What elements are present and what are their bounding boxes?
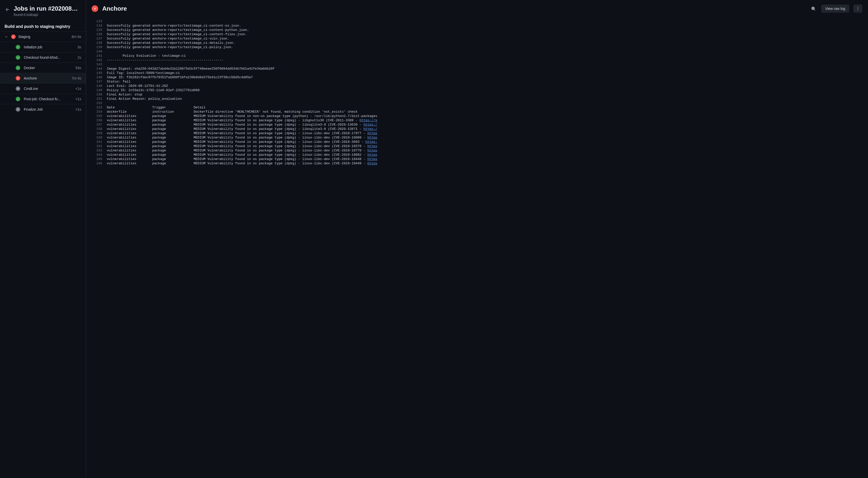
line-number[interactable]: 163	[92, 149, 102, 152]
line-content: vulnerabilities package MEDIUM Vulnerabi…	[107, 127, 377, 131]
line-number[interactable]: 145	[92, 71, 102, 75]
sidebar: Jobs in run #20200812... found-it.todoap…	[0, 0, 86, 478]
line-number[interactable]: 140	[92, 50, 102, 53]
step-row[interactable]: Checkout found-it/tod...2s	[0, 52, 86, 63]
step-row[interactable]: Post-job: Checkout fo...<1s	[0, 94, 86, 104]
line-number[interactable]: 144	[92, 67, 102, 71]
line-number[interactable]: 136	[92, 32, 102, 36]
step-label: Checkout found-it/tod...	[24, 55, 74, 59]
step-label: Docker	[24, 66, 72, 70]
log-line: 148Last Eval: 2020-08-12T01:41:26Z	[86, 84, 868, 88]
step-duration: <1s	[75, 107, 81, 111]
line-number[interactable]: 166	[92, 161, 102, 165]
log-line: 149Policy ID: 2c53a13c-1765-11e8-82ef-23…	[86, 88, 868, 92]
kebab-menu-button[interactable]	[853, 5, 862, 13]
step-row[interactable]: Docker54s	[0, 63, 86, 73]
line-number[interactable]: 147	[92, 80, 102, 84]
log-line: 137Successfully generated anchore-report…	[86, 36, 868, 41]
line-number[interactable]: 164	[92, 153, 102, 157]
line-content: dockerfile instruction Dockerfile direct…	[107, 110, 358, 114]
x-circle-icon	[92, 5, 98, 12]
log-line: 143	[86, 62, 868, 67]
line-number[interactable]: 143	[92, 63, 102, 66]
line-content: Successfully generated anchore-reports/t…	[107, 37, 229, 40]
line-number[interactable]: 137	[92, 37, 102, 40]
step-duration: <1s	[75, 97, 81, 101]
line-number[interactable]: 138	[92, 41, 102, 45]
svg-point-0	[18, 88, 19, 89]
line-content: vulnerabilities package MEDIUM Vulnerabi…	[107, 149, 377, 152]
log-line: 161vulnerabilities package MEDIUM Vulner…	[86, 140, 868, 144]
line-number[interactable]: 155	[92, 114, 102, 118]
line-number[interactable]: 148	[92, 84, 102, 88]
line-number[interactable]: 141	[92, 54, 102, 58]
check-circle-icon	[16, 97, 20, 101]
stage-duration: 8m 6s	[72, 35, 81, 39]
line-content: Last Eval: 2020-08-12T01:41:26Z	[107, 84, 168, 88]
line-number[interactable]: 156	[92, 118, 102, 122]
line-number[interactable]: 134	[92, 24, 102, 28]
x-circle-icon	[11, 34, 16, 39]
back-arrow-icon[interactable]	[5, 7, 10, 12]
stage-row[interactable]: Staging 8m 6s	[0, 31, 86, 42]
log-line: 157vulnerabilities package MEDIUM Vulner…	[86, 123, 868, 127]
log-line: 150Final Action: stop	[86, 92, 868, 97]
step-row[interactable]: Anchore7m 4s	[0, 73, 86, 83]
dot-circle-icon	[16, 107, 20, 112]
line-number[interactable]: 153	[92, 106, 102, 109]
search-icon[interactable]	[810, 5, 817, 12]
line-number[interactable]: 165	[92, 157, 102, 161]
line-number[interactable]: 135	[92, 28, 102, 32]
section-label: Build and push to staging registry	[0, 22, 86, 31]
log-line: 136Successfully generated anchore-report…	[86, 32, 868, 36]
line-number[interactable]: 154	[92, 110, 102, 114]
log-line: 139Successfully generated anchore-report…	[86, 45, 868, 49]
line-number[interactable]: 159	[92, 131, 102, 135]
line-content: vulnerabilities package MEDIUM Vulnerabi…	[107, 144, 377, 148]
run-title: Jobs in run #20200812...	[14, 5, 81, 12]
line-content: vulnerabilities package MEDIUM Vulnerabi…	[107, 153, 377, 157]
line-number[interactable]: 157	[92, 123, 102, 127]
step-duration: <1s	[75, 87, 81, 91]
log-line: 138Successfully generated anchore-report…	[86, 41, 868, 45]
line-number[interactable]: 149	[92, 88, 102, 92]
log-line: 164vulnerabilities package MEDIUM Vulner…	[86, 153, 868, 157]
log-line: 152	[86, 101, 868, 105]
log-output[interactable]: 133134Successfully generated anchore-rep…	[86, 17, 868, 478]
line-number[interactable]: 142	[92, 58, 102, 62]
line-number[interactable]: 152	[92, 101, 102, 105]
log-line: 154dockerfile instruction Dockerfile dir…	[86, 110, 868, 114]
line-content: Policy ID: 2c53a13c-1765-11e8-82ef-23527…	[107, 88, 200, 92]
log-line: 159vulnerabilities package MEDIUM Vulner…	[86, 131, 868, 136]
log-line: 135Successfully generated anchore-report…	[86, 28, 868, 32]
chevron-down-icon	[5, 35, 9, 38]
line-number[interactable]: 150	[92, 93, 102, 96]
step-label: Finalize Job	[24, 107, 72, 111]
line-number[interactable]: 160	[92, 136, 102, 140]
step-label: Anchore	[24, 76, 68, 80]
line-content: vulnerabilities package MEDIUM Vulnerabi…	[107, 131, 377, 135]
line-number[interactable]: 139	[92, 45, 102, 49]
line-number[interactable]: 161	[92, 140, 102, 144]
line-number[interactable]: 162	[92, 144, 102, 148]
step-row[interactable]: CmdLine<1s	[0, 83, 86, 94]
log-line: 162vulnerabilities package MEDIUM Vulner…	[86, 144, 868, 148]
step-row[interactable]: Finalize Job<1s	[0, 104, 86, 114]
line-number[interactable]: 146	[92, 76, 102, 79]
line-content: vulnerabilities package MEDIUM Vulnerabi…	[107, 136, 377, 140]
step-duration: 2s	[78, 55, 81, 59]
line-content: vulnerabilities package MEDIUM Vulnerabi…	[107, 114, 377, 118]
main-panel: Anchore View raw log 133134Successfully …	[86, 0, 868, 478]
line-content: Status: fail	[107, 80, 131, 84]
main-header: Anchore View raw log	[86, 0, 868, 17]
line-number[interactable]: 151	[92, 97, 102, 101]
log-line: 142-------------------------------------…	[86, 58, 868, 62]
step-label: CmdLine	[24, 87, 72, 91]
line-number[interactable]: 133	[92, 20, 102, 23]
line-content: Final Action Reason: policy_evaluation	[107, 97, 182, 101]
line-content: Successfully generated anchore-reports/t…	[107, 45, 233, 49]
step-row[interactable]: Initialize job3s	[0, 42, 86, 52]
log-line: 134Successfully generated anchore-report…	[86, 24, 868, 28]
line-number[interactable]: 158	[92, 127, 102, 131]
view-raw-log-button[interactable]: View raw log	[821, 5, 849, 13]
